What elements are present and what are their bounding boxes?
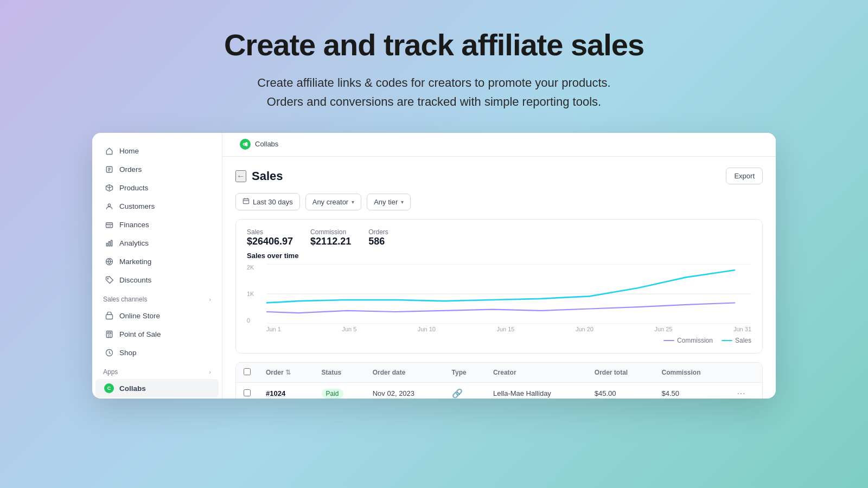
col-actions xyxy=(729,363,762,383)
sidebar-item-point-of-sale[interactable]: Point of Sale xyxy=(95,325,219,343)
row-creator-cell: Lella-Mae Halliday xyxy=(486,383,587,399)
discounts-label: Discounts xyxy=(119,276,151,284)
col-order-date: Order date xyxy=(365,363,444,383)
back-button[interactable]: ← xyxy=(235,170,246,182)
sidebar-item-home[interactable]: Home xyxy=(95,142,219,160)
home-icon xyxy=(104,146,114,156)
sidebar-item-orders[interactable]: Orders xyxy=(95,160,219,178)
svg-rect-10 xyxy=(107,332,111,334)
orders-value: 586 xyxy=(368,236,388,247)
row-status-cell: Paid xyxy=(314,383,365,399)
chart-y-labels: 2K 1K 0 xyxy=(247,264,263,324)
sidebar-item-finances[interactable]: Finances xyxy=(95,215,219,234)
hero-subtitle-line1: Create affiliate links & codes for creat… xyxy=(257,76,610,89)
orders-label: Orders xyxy=(368,228,388,236)
sidebar-item-online-store[interactable]: Online Store xyxy=(95,306,219,325)
finances-icon xyxy=(104,220,114,229)
page-header: ← Sales Export xyxy=(235,168,763,184)
svg-rect-2 xyxy=(106,223,112,228)
online-store-icon xyxy=(104,311,114,320)
customers-icon xyxy=(104,201,114,211)
select-all-checkbox[interactable] xyxy=(244,368,251,375)
tier-chevron-icon: ▾ xyxy=(401,199,404,205)
commission-legend-line xyxy=(663,340,674,341)
row-commission-cell: $4.50 xyxy=(654,383,730,399)
row-checkbox[interactable] xyxy=(244,389,251,396)
date-range-filter[interactable]: Last 30 days xyxy=(235,193,300,210)
sidebar-item-products[interactable]: Products xyxy=(95,178,219,197)
tab-collabs[interactable]: Collabs xyxy=(233,133,285,157)
apps-chevron-icon: › xyxy=(209,369,211,375)
marketing-icon xyxy=(104,256,114,266)
page-title: Sales xyxy=(252,169,283,183)
col-type: Type xyxy=(444,363,486,383)
order-number-link[interactable]: #1024 xyxy=(266,389,285,397)
stat-sales: Sales $26406.97 xyxy=(247,228,293,247)
export-button[interactable]: Export xyxy=(726,168,763,184)
orders-icon xyxy=(104,164,114,174)
sidebar-sub-recruiting[interactable]: Recruiting xyxy=(95,397,219,399)
creator-filter-label: Any creator xyxy=(312,198,348,206)
row-order-cell: #1024 xyxy=(258,383,314,399)
row-actions-cell: ⋯ xyxy=(729,383,762,399)
row-actions-button[interactable]: ⋯ xyxy=(737,389,745,398)
svg-rect-4 xyxy=(108,241,110,246)
table-row: #1024 Paid Nov 02, 2023 🔗 Lella-Mae Hall… xyxy=(236,383,762,399)
sidebar-item-marketing[interactable]: Marketing xyxy=(95,252,219,271)
date-range-label: Last 30 days xyxy=(253,198,293,206)
sidebar-item-collabs[interactable]: C Collabs xyxy=(95,379,219,397)
sidebar-item-analytics[interactable]: Analytics xyxy=(95,234,219,252)
sidebar-item-customers[interactable]: Customers xyxy=(95,197,219,215)
svg-point-7 xyxy=(107,278,108,279)
online-store-label: Online Store xyxy=(119,312,160,320)
commission-value: $2112.21 xyxy=(310,236,351,247)
marketing-label: Marketing xyxy=(119,258,151,266)
products-label: Products xyxy=(119,184,148,192)
sales-legend-line xyxy=(722,340,732,341)
chart-title: Sales over time xyxy=(247,252,751,260)
page-title-row: ← Sales xyxy=(235,169,283,183)
tab-collabs-label: Collabs xyxy=(255,140,278,148)
analytics-label: Analytics xyxy=(119,239,149,247)
svg-point-12 xyxy=(243,143,245,145)
chart-legend: Commission Sales xyxy=(247,337,751,344)
row-checkbox-cell xyxy=(236,383,258,399)
filters-row: Last 30 days Any creator ▾ Any tier ▾ xyxy=(235,193,763,210)
stats-row: Sales $26406.97 Commission $2112.21 Orde… xyxy=(247,228,751,247)
col-creator: Creator xyxy=(486,363,587,383)
sales-channels-header: Sales channels › xyxy=(92,289,222,306)
collabs-label: Collabs xyxy=(119,384,146,393)
sidebar-item-shop[interactable]: Shop xyxy=(95,343,219,362)
products-icon xyxy=(104,183,114,192)
commission-label: Commission xyxy=(310,228,351,236)
chart-wrap: 2K 1K 0 xyxy=(247,264,751,324)
legend-commission: Commission xyxy=(663,337,713,344)
svg-rect-5 xyxy=(111,240,112,246)
hero-subtitle-line2: Orders and conversions are tracked with … xyxy=(267,95,601,108)
creator-filter[interactable]: Any creator ▾ xyxy=(305,194,361,210)
sales-legend-label: Sales xyxy=(735,337,751,344)
stat-orders: Orders 586 xyxy=(368,228,388,247)
shop-icon xyxy=(104,348,114,357)
sales-value: $26406.97 xyxy=(247,236,293,247)
sales-label: Sales xyxy=(247,228,293,236)
collabs-icon: C xyxy=(104,383,114,393)
calendar-icon xyxy=(242,197,250,206)
col-checkbox xyxy=(236,363,258,383)
tab-bar: Collabs xyxy=(222,133,776,157)
tier-filter[interactable]: Any tier ▾ xyxy=(367,194,411,210)
chart-container: Sales $26406.97 Commission $2112.21 Orde… xyxy=(235,219,763,354)
svg-rect-8 xyxy=(106,314,112,319)
apps-header: Apps › xyxy=(92,362,222,379)
hero-section: Create and track affiliate sales Create … xyxy=(0,0,868,127)
tab-collabs-icon xyxy=(240,139,251,150)
col-commission: Commission xyxy=(654,363,730,383)
sidebar-item-discounts[interactable]: Discounts xyxy=(95,271,219,289)
chart-x-labels: Jun 1 Jun 5 Jun 10 Jun 15 Jun 20 Jun 25 … xyxy=(266,326,751,332)
home-label: Home xyxy=(119,147,139,155)
main-content: Collabs ← Sales Export xyxy=(222,133,776,399)
sidebar: Home Orders Products xyxy=(92,133,222,399)
analytics-icon xyxy=(104,238,114,248)
col-order-total: Order total xyxy=(587,363,654,383)
sort-icon[interactable]: ⇅ xyxy=(285,369,291,376)
